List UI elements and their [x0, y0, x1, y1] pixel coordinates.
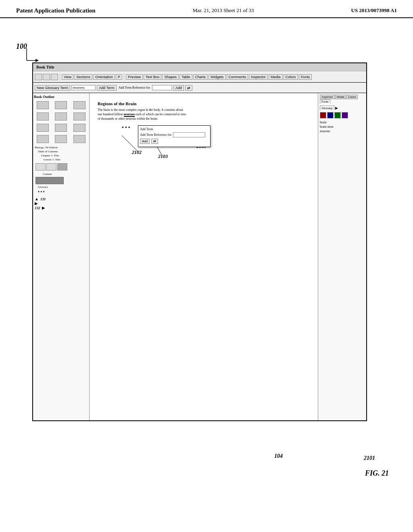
- popup-add-ref-label: Add Term Reference for: [140, 133, 171, 137]
- toolbar-row1: View Sections Orientation P Preview Text…: [33, 71, 366, 83]
- inspector-tab[interactable]: Inspector: [320, 95, 335, 99]
- glossary-list: brain brain stem neurons: [320, 120, 365, 133]
- fonts-tab[interactable]: Fonts: [320, 100, 330, 104]
- colors-tab[interactable]: Colors: [346, 95, 358, 99]
- outline-item-glossary[interactable]: Glossary: [34, 185, 88, 189]
- sidebar-thumb10: [37, 135, 49, 143]
- sidebar-title: Book Outline: [34, 95, 88, 99]
- content-box3: [57, 163, 67, 170]
- outline-item-content[interactable]: Content: [35, 172, 88, 176]
- content-area: Book Outline: [33, 93, 366, 420]
- sidebar-thumb2: [55, 101, 67, 109]
- media-tab[interactable]: Media: [335, 95, 346, 99]
- sections-btn[interactable]: Sections: [74, 74, 92, 80]
- swatch-indigo[interactable]: [342, 112, 348, 118]
- header-left: Patent Application Publication: [16, 7, 96, 14]
- content-box1: [35, 163, 46, 170]
- glossary-item-neurons[interactable]: neurons: [320, 129, 365, 133]
- popup-row2: Add Term Reference for: [140, 132, 209, 137]
- outline-item-3[interactable]: Lesson 1: Title: [34, 158, 88, 162]
- preview-btn[interactable]: Preview: [126, 74, 143, 80]
- comments-btn[interactable]: Comments: [227, 74, 248, 80]
- callout-2103: 2103: [158, 154, 168, 160]
- outline-item-1[interactable]: Table of Contents: [34, 150, 88, 154]
- sidebar-thumb4: [37, 112, 49, 121]
- sidebar-nav: ▲ 131: [34, 197, 88, 201]
- textbox-btn[interactable]: Text Box: [144, 74, 162, 80]
- popup-row3: Add ⇄: [140, 139, 209, 144]
- toolbar-box3: [51, 74, 58, 80]
- ref-132: 132: [35, 206, 40, 210]
- icon-btn[interactable]: ⇄: [185, 85, 192, 91]
- book-body-text: The brain is the most complex organ in t…: [98, 108, 310, 121]
- inspector-btn[interactable]: Inspector: [249, 74, 268, 80]
- neurons-input[interactable]: [71, 85, 96, 90]
- toolbar-box1: [35, 74, 42, 80]
- add-term-btn[interactable]: Add Term: [97, 85, 116, 91]
- outline-item-0[interactable]: Biology, 7th Edition: [34, 145, 88, 150]
- highlighted-neurons: neurons: [124, 112, 135, 117]
- sidebar-thumb7: [37, 124, 49, 132]
- content-box2: [46, 163, 56, 170]
- right-panel: Inspector Media Colors Fonts Glossary ▶: [318, 93, 366, 420]
- header-center: Mar. 21, 2013 Sheet 21 of 33: [193, 7, 254, 14]
- callout-2102: 2102: [132, 150, 142, 156]
- svg-marker-2: [35, 59, 39, 62]
- fig-label: FIG. 21: [365, 469, 389, 478]
- nav-back-arrow[interactable]: ▲: [35, 197, 39, 201]
- add-term-ref-label: Add Term Reference for: [119, 86, 150, 89]
- shapes-btn[interactable]: Shapes: [162, 74, 179, 80]
- glossary-item-brainstem[interactable]: brain stem: [320, 125, 365, 129]
- app-title: Book Title: [36, 65, 54, 69]
- glossary-subtab[interactable]: Glossary: [320, 106, 334, 110]
- popup-ref-input[interactable]: [173, 132, 205, 137]
- widgets-btn[interactable]: Widgets: [209, 74, 226, 80]
- outline-item-2[interactable]: Chapter 1: Title: [34, 154, 88, 158]
- sidebar-thumb12: [73, 135, 86, 143]
- popup-add-btn[interactable]: Add: [140, 139, 150, 144]
- color-swatches: [320, 112, 365, 118]
- fonts-btn[interactable]: Fonts: [299, 74, 312, 80]
- right-panel-tabs: Inspector Media Colors Fonts: [320, 95, 365, 104]
- popup-row1: Add Term: [140, 127, 209, 131]
- sidebar-thumb5: [55, 112, 67, 121]
- charts-btn[interactable]: Charts: [193, 74, 208, 80]
- sidebar-nav3: 132 ▶: [34, 206, 88, 210]
- sidebar-thumb3: [73, 101, 86, 109]
- orientation-btn[interactable]: Orientation: [93, 74, 115, 80]
- colors-btn[interactable]: Colors: [284, 74, 298, 80]
- separator2: [124, 73, 124, 81]
- sidebar-thumb11: [55, 135, 67, 143]
- swatch-dark-green[interactable]: [334, 112, 341, 118]
- header-right: US 2013/0073998 A1: [351, 7, 397, 14]
- page-header: Patent Application Publication Mar. 21, …: [0, 0, 413, 18]
- popup-icon-btn[interactable]: ⇄: [151, 139, 158, 144]
- sidebar-dots: •••: [34, 189, 88, 195]
- sidebar-thumb1: [37, 101, 49, 109]
- sidebar-thumb8: [55, 124, 67, 132]
- table-btn[interactable]: Table: [179, 74, 192, 80]
- add-ref-btn[interactable]: Add: [173, 85, 184, 91]
- swatch-navy[interactable]: [327, 112, 334, 118]
- glossary-expand-arrow[interactable]: ▶: [335, 106, 338, 110]
- term-ref-input[interactable]: [152, 85, 172, 90]
- sidebar-nav2: ▶: [34, 201, 88, 206]
- diagram-container: 100 Book Title View Sections Orientation: [16, 38, 379, 482]
- swatch-dark-red[interactable]: [320, 112, 326, 118]
- main-content: 100 Book Title View Sections Orientation: [0, 18, 413, 494]
- new-glossary-term-btn[interactable]: New Glossary Term: [35, 85, 70, 91]
- toolbar-row2: New Glossary Term Add Term Add Term Refe…: [33, 83, 366, 93]
- nav-fwd2-arrow[interactable]: ▶: [42, 206, 45, 210]
- glossary-item-brain[interactable]: brain: [320, 120, 365, 125]
- selected-content-box[interactable]: [35, 177, 64, 184]
- media-btn[interactable]: Media: [269, 74, 283, 80]
- book-content-title: Regions of the Brain: [98, 101, 310, 106]
- p-btn[interactable]: P: [116, 74, 122, 80]
- nav-fwd-arrow[interactable]: ▶: [35, 201, 38, 206]
- ref-131: 131: [40, 197, 46, 201]
- view-btn[interactable]: View: [62, 74, 73, 80]
- sidebar-thumb6: [73, 112, 86, 121]
- ref-104: 104: [274, 453, 283, 459]
- main-edit-area[interactable]: Regions of the Brain The brain is the mo…: [90, 93, 318, 420]
- title-bar: Book Title: [33, 63, 366, 71]
